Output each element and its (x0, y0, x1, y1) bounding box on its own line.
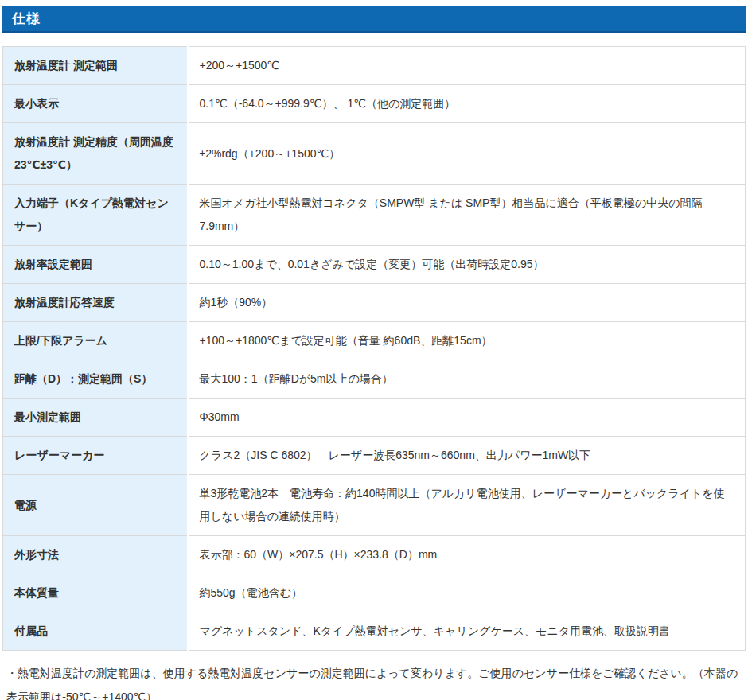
spec-label: 上限/下限アラーム (3, 322, 188, 360)
table-row: 放射率設定範囲 0.10～1.00まで、0.01きざみで設定（変更）可能（出荷時… (3, 246, 746, 284)
spec-label: 付属品 (3, 612, 188, 651)
table-row: 放射温度計 測定範囲 +200～+1500℃ (3, 47, 746, 85)
spec-value: 0.10～1.00まで、0.01きざみで設定（変更）可能（出荷時設定0.95） (188, 246, 746, 284)
spec-label: 外形寸法 (3, 536, 188, 574)
spec-label: 放射温度計 測定範囲 (3, 47, 188, 85)
table-row: 最小表示 0.1℃（-64.0～+999.9℃）、 1℃（他の測定範囲） (3, 85, 746, 123)
section-title: 仕様 (12, 10, 41, 28)
spec-value: 0.1℃（-64.0～+999.9℃）、 1℃（他の測定範囲） (188, 85, 746, 123)
spec-label: レーザーマーカー (3, 437, 188, 475)
table-row: 上限/下限アラーム +100～+1800℃まで設定可能（音量 約60dB、距離1… (3, 322, 746, 360)
spec-table: 放射温度計 測定範囲 +200～+1500℃ 最小表示 0.1℃（-64.0～+… (2, 46, 746, 651)
spec-value: 約1秒（90%） (188, 284, 746, 322)
section-header: 仕様 (2, 6, 746, 33)
spec-value: 表示部：60（W）×207.5（H）×233.8（D）mm (188, 536, 746, 574)
page: 仕様 放射温度計 測定範囲 +200～+1500℃ 最小表示 0.1℃（-64.… (0, 0, 748, 700)
spec-label: 最小表示 (3, 85, 188, 123)
spec-value: ±2%rdg（+200～+1500℃） (188, 123, 746, 185)
spec-label: 放射温度計 測定精度（周囲温度23℃±3℃） (3, 123, 188, 185)
spec-value: 最大100：1（距離Dが5m以上の場合） (188, 360, 746, 399)
table-row: レーザーマーカー クラス2（JIS C 6802） レーザー波長635nm～66… (3, 437, 746, 475)
spec-value: +200～+1500℃ (188, 47, 746, 85)
spec-value: +100～+1800℃まで設定可能（音量 約60dB、距離15cm） (188, 322, 746, 360)
table-row: 放射温度計 測定精度（周囲温度23℃±3℃） ±2%rdg（+200～+1500… (3, 123, 746, 185)
table-row: 距離（D）：測定範囲（S） 最大100：1（距離Dが5m以上の場合） (3, 360, 746, 399)
footnote: ・熱電対温度計の測定範囲は、使用する熱電対温度センサーの測定範囲によって変わりま… (2, 661, 746, 700)
table-row: 最小測定範囲 Φ30mm (3, 399, 746, 437)
table-row: 放射温度計応答速度 約1秒（90%） (3, 284, 746, 322)
spec-value: 約550g（電池含む） (188, 574, 746, 612)
spec-label: 最小測定範囲 (3, 399, 188, 437)
table-row: 外形寸法 表示部：60（W）×207.5（H）×233.8（D）mm (3, 536, 746, 574)
table-row: 付属品 マグネットスタンド、Kタイプ熱電対センサ、キャリングケース、モニタ用電池… (3, 612, 746, 651)
spec-label: 本体質量 (3, 574, 188, 612)
spec-label: 距離（D）：測定範囲（S） (3, 360, 188, 399)
spec-label: 放射温度計応答速度 (3, 284, 188, 322)
spec-value: クラス2（JIS C 6802） レーザー波長635nm～660nm、出力パワー… (188, 437, 746, 475)
spec-label: 電源 (3, 475, 188, 536)
spec-value: 単3形乾電池2本 電池寿命：約140時間以上（アルカリ電池使用、レーザーマーカー… (188, 475, 746, 536)
spec-label: 入力端子（Kタイプ熱電対センサー） (3, 185, 188, 246)
spec-value: マグネットスタンド、Kタイプ熱電対センサ、キャリングケース、モニタ用電池、取扱説… (188, 612, 746, 651)
spec-value: 米国オメガ社小型熱電対コネクタ（SMPW型 または SMP型）相当品に適合（平板… (188, 185, 746, 246)
spec-value: Φ30mm (188, 399, 746, 437)
table-row: 入力端子（Kタイプ熱電対センサー） 米国オメガ社小型熱電対コネクタ（SMPW型 … (3, 185, 746, 246)
table-row: 本体質量 約550g（電池含む） (3, 574, 746, 612)
spec-label: 放射率設定範囲 (3, 246, 188, 284)
table-row: 電源 単3形乾電池2本 電池寿命：約140時間以上（アルカリ電池使用、レーザーマ… (3, 475, 746, 536)
